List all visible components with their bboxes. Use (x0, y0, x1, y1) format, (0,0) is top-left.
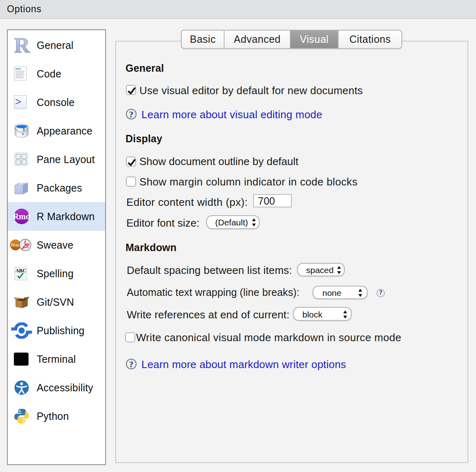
svg-text:R: R (14, 37, 30, 54)
svg-text:Rnw: Rnw (11, 243, 20, 247)
svg-text:ABC: ABC (15, 268, 26, 273)
svg-text:>: > (15, 95, 21, 108)
svg-text:Rmd: Rmd (13, 212, 30, 221)
